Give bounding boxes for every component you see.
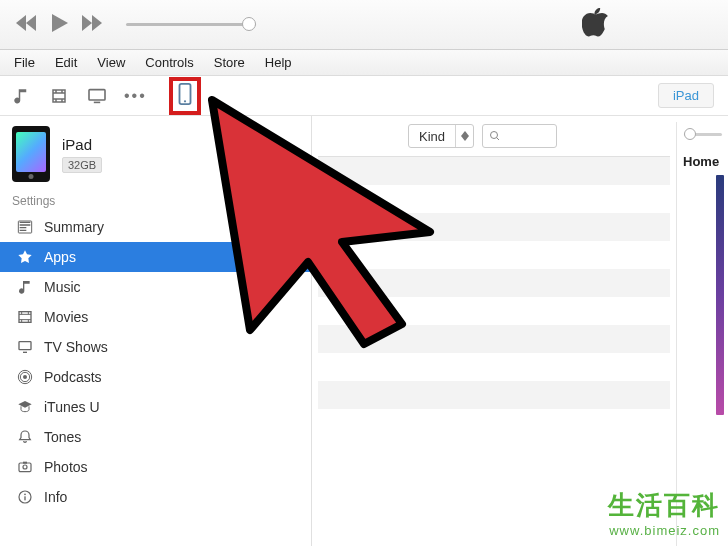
list-row[interactable] [318, 409, 670, 437]
svg-rect-0 [89, 89, 105, 99]
apps-icon [16, 248, 34, 266]
apple-logo-icon [582, 8, 608, 42]
device-button[interactable] [169, 77, 201, 115]
device-summary: iPad 32GB 52% [0, 116, 311, 186]
device-used-pct: 52% [241, 146, 299, 162]
list-row[interactable] [318, 185, 670, 213]
svg-rect-9 [19, 463, 31, 472]
watermark-text: 生活百科 [608, 488, 720, 523]
list-row[interactable] [318, 213, 670, 241]
search-field[interactable] [482, 124, 557, 148]
sidebar-item-summary[interactable]: Summary [0, 212, 311, 242]
playback-controls [16, 14, 104, 36]
menu-controls[interactable]: Controls [135, 52, 203, 73]
info-icon [16, 488, 34, 506]
apps-list-panel: Kind [318, 122, 670, 546]
ipad-device-button[interactable]: iPad [658, 83, 714, 108]
sidebar-item-label: TV Shows [44, 339, 108, 355]
list-row[interactable] [318, 157, 670, 185]
photos-icon [16, 458, 34, 476]
music-tab-icon[interactable] [10, 85, 32, 107]
sidebar-item-label: iTunes U [44, 399, 100, 415]
menu-edit[interactable]: Edit [45, 52, 87, 73]
movies-tab-icon[interactable] [48, 85, 70, 107]
sidebar-item-music[interactable]: Music [0, 272, 311, 302]
sidebar-item-label: Photos [44, 459, 88, 475]
itunesu-icon [16, 398, 34, 416]
list-row[interactable] [318, 325, 670, 353]
tool-bar: ••• iPad [0, 76, 728, 116]
sort-select-label: Kind [409, 129, 455, 144]
chevron-updown-icon [455, 125, 473, 147]
sidebar-item-itunesu[interactable]: iTunes U [0, 392, 311, 422]
sidebar-item-label: Movies [44, 309, 88, 325]
tv-tab-icon[interactable] [86, 85, 108, 107]
svg-point-13 [24, 493, 26, 495]
zoom-slider[interactable] [684, 126, 722, 142]
title-bar [0, 0, 728, 50]
sidebar-item-label: Apps [44, 249, 76, 265]
svg-point-10 [23, 465, 27, 469]
menu-help[interactable]: Help [255, 52, 302, 73]
home-screens-label: Home [681, 152, 724, 175]
sidebar-item-label: Tones [44, 429, 81, 445]
sidebar-section-label: Settings [0, 186, 311, 212]
music-icon [16, 278, 34, 296]
sidebar-item-label: Podcasts [44, 369, 102, 385]
summary-icon [16, 218, 34, 236]
sidebar-item-tvshows[interactable]: TV Shows [0, 332, 311, 362]
movies-icon [16, 308, 34, 326]
device-thumbnail-icon [12, 126, 50, 182]
list-row[interactable] [318, 353, 670, 381]
next-button[interactable] [82, 15, 104, 35]
sidebar-item-label: Summary [44, 219, 104, 235]
sidebar-nav: Summary Apps Music Movies TV Shows Podca… [0, 212, 311, 512]
play-button[interactable] [52, 14, 68, 36]
home-screens-panel: Home [676, 122, 728, 546]
svg-rect-11 [23, 462, 27, 464]
svg-point-15 [491, 132, 498, 139]
svg-rect-5 [19, 342, 31, 350]
sidebar-item-apps[interactable]: Apps [0, 242, 311, 272]
prev-button[interactable] [16, 15, 38, 35]
sidebar: iPad 32GB 52% Settings Summary Apps Musi… [0, 116, 312, 546]
tv-icon [16, 338, 34, 356]
menu-file[interactable]: File [4, 52, 45, 73]
tones-icon [16, 428, 34, 446]
sidebar-item-movies[interactable]: Movies [0, 302, 311, 332]
svg-point-2 [184, 100, 186, 102]
more-tabs-icon[interactable]: ••• [124, 87, 147, 105]
podcasts-icon [16, 368, 34, 386]
list-row[interactable] [318, 241, 670, 269]
sidebar-item-info[interactable]: Info [0, 482, 311, 512]
watermark-url: www.bimeiz.com [608, 523, 720, 538]
list-row[interactable] [318, 381, 670, 409]
sidebar-item-tones[interactable]: Tones [0, 422, 311, 452]
seek-slider[interactable] [126, 23, 256, 26]
sort-select[interactable]: Kind [408, 124, 474, 148]
watermark: 生活百科 www.bimeiz.com [608, 488, 720, 538]
menu-store[interactable]: Store [204, 52, 255, 73]
main-area: Kind H [312, 116, 728, 546]
sidebar-item-label: Info [44, 489, 67, 505]
sidebar-item-photos[interactable]: Photos [0, 452, 311, 482]
search-icon [489, 130, 501, 142]
device-capacity-badge: 32GB [62, 157, 102, 173]
list-row[interactable] [318, 297, 670, 325]
svg-rect-14 [24, 496, 25, 500]
sidebar-item-podcasts[interactable]: Podcasts [0, 362, 311, 392]
list-row[interactable] [318, 269, 670, 297]
svg-rect-4 [19, 312, 31, 323]
menu-bar: File Edit View Controls Store Help [0, 50, 728, 76]
apps-list [318, 156, 670, 437]
home-screen-thumbnail[interactable] [716, 175, 724, 415]
sidebar-item-label: Music [44, 279, 81, 295]
menu-view[interactable]: View [87, 52, 135, 73]
device-name: iPad [62, 136, 102, 153]
svg-point-6 [23, 375, 27, 379]
search-input[interactable] [505, 129, 550, 144]
